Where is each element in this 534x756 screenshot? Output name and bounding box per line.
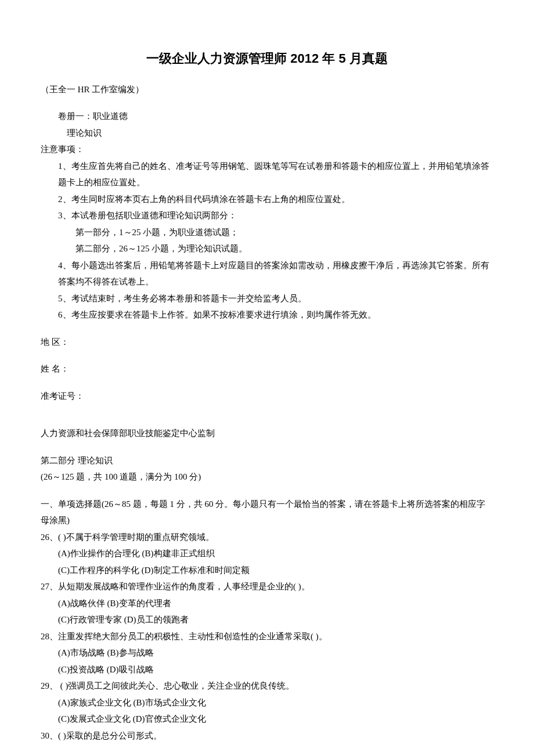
notice-item-5: 5、考试结束时，考生务必将本卷册和答题卡一并交给监考人员。 [41, 290, 493, 307]
q28-opt-row2: (C)投资战略 (D)吸引战略 [41, 661, 493, 678]
notice-label: 注意事项： [41, 141, 493, 158]
q26-opt-row2: (C)工作程序的科学化 (D)制定工作标准和时间定额 [41, 562, 493, 579]
q29-opt-row2: (C)发展式企业文化 (D)官僚式企业文化 [41, 711, 493, 728]
q29-opt-row1: (A)家族式企业文化 (B)市场式企业文化 [41, 694, 493, 711]
field-admission: 准考证号： [41, 388, 493, 405]
notice-item-1: 1、考生应首先将自己的姓名、准考证号等用钢笔、圆珠笔等写在试卷册和答题卡的相应位… [41, 158, 493, 191]
notice-item-4: 4、每小题选出答案后，用铅笔将答题卡上对应题目的答案涂如需改动，用橡皮擦干净后，… [41, 257, 493, 290]
q28-stem: 28、注重发挥绝大部分员工的积极性、主动性和创造性的企业通常采取( )。 [41, 628, 493, 645]
part2-sub: (26～125 题，共 100 道题，满分为 100 分) [41, 469, 493, 485]
q29-stem: 29、 ( )强调员工之间彼此关心、忠心敬业，关注企业的优良传统。 [41, 678, 493, 694]
author-line: （王全一 HR 工作室编发） [41, 81, 493, 98]
notice-item-2: 2、考生同时应将本页右上角的科目代码填涂在答题卡右上角的相应位置处。 [41, 191, 493, 208]
notice-item-3: 3、本试卷册包括职业道德和理论知识两部分： [41, 207, 493, 224]
notice-item-3b: 第二部分，26～125 小题，为理论知识试题。 [41, 240, 493, 257]
q27-opt-row1: (A)战略伙伴 (B)变革的代理者 [41, 595, 493, 612]
volume-line: 卷册一：职业道德 [41, 108, 493, 125]
q26-stem: 26、( )不属于科学管理时期的重点研究领域。 [41, 529, 493, 546]
part2-header: 第二部分 理论知识 [41, 452, 493, 469]
q27-opt-row2: (C)行政管理专家 (D)员工的领跑者 [41, 611, 493, 628]
document-title: 一级企业人力资源管理师 2012 年 5 月真题 [41, 46, 493, 71]
field-name: 姓 名： [41, 361, 493, 377]
footer-org: 人力资源和社会保障部职业技能鉴定中心监制 [41, 425, 493, 442]
field-region: 地 区： [41, 334, 493, 351]
q26-opt-row1: (A)作业操作的合理化 (B)构建非正式组织 [41, 545, 493, 562]
q27-stem: 27、从短期发展战略和管理作业运作的角度看，人事经理是企业的( )。 [41, 578, 493, 595]
notice-item-6: 6、考生应按要求在答题卡上作答。如果不按标准要求进行填涂，则均属作答无效。 [41, 307, 493, 323]
q30-stem: 30、( )采取的是总分公司形式。 [41, 728, 493, 744]
q28-opt-row1: (A)市场战略 (B)参与战略 [41, 645, 493, 661]
section1-header: 一、单项选择题(26～85 题，每题 1 分，共 60 分。每小题只有一个最恰当… [41, 496, 493, 529]
volume-sub: 理论知识 [41, 125, 493, 142]
notice-item-3a: 第一部分，1～25 小题，为职业道德试题； [41, 224, 493, 241]
